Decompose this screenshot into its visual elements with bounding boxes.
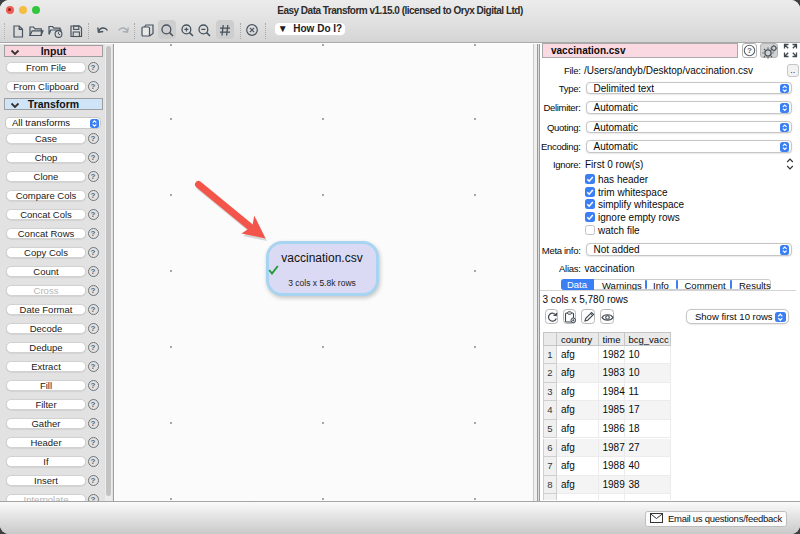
- svg-text:?: ?: [747, 46, 752, 55]
